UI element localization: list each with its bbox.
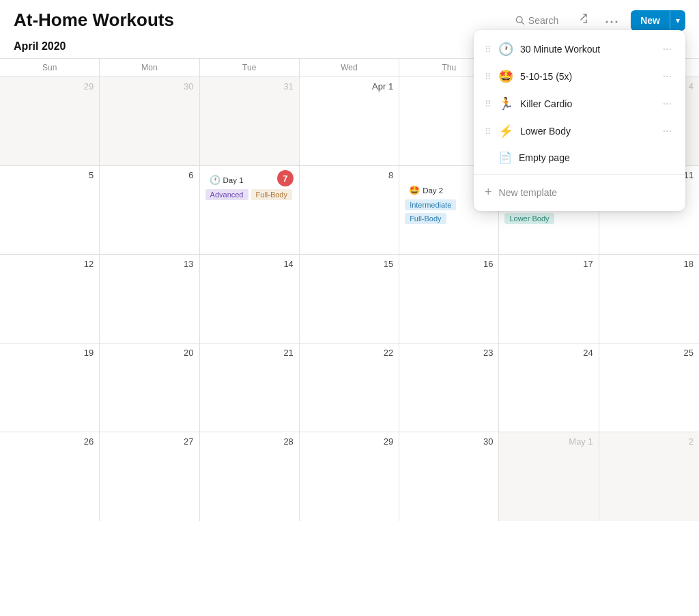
cell-date: 5 [5, 170, 94, 180]
day-header-wed: Wed [300, 59, 399, 76]
cell-date: May 1 [504, 436, 593, 447]
cal-cell[interactable]: 26 [0, 432, 100, 521]
svg-line-1 [522, 22, 524, 24]
cal-cell[interactable]: 30 [100, 77, 199, 166]
cell-date: 29 [305, 436, 393, 447]
cal-cell[interactable]: 30 [399, 432, 499, 521]
cell-date: 8 [305, 170, 393, 180]
drag-handle-icon: ⠿ [485, 99, 491, 109]
item-more-button[interactable]: ··· [660, 42, 674, 57]
cal-cell[interactable]: 21 [200, 344, 300, 432]
more-button[interactable] [601, 10, 623, 31]
cal-cell[interactable]: May 1 [499, 432, 599, 521]
tag-fullbody2[interactable]: Full-Body [405, 213, 446, 224]
cell-date: 2 [605, 436, 694, 447]
cal-cell[interactable]: Apr 1 [300, 77, 399, 166]
tag-intermediate[interactable]: Intermediate [405, 199, 456, 210]
item-label: Killer Cardio [520, 98, 653, 109]
cell-date: Apr 1 [305, 81, 393, 92]
cal-cell[interactable]: 16 [399, 255, 499, 344]
day-header-tue: Tue [200, 59, 300, 76]
cal-cell[interactable]: 19 [0, 344, 100, 432]
tag-fullbody[interactable]: Full-Body [251, 189, 292, 200]
cal-cell[interactable]: 15 [300, 255, 399, 344]
cal-cell-today[interactable]: 7 🕐 Day 1 Advanced Full-Body [200, 166, 300, 255]
cell-date: 6 [105, 170, 193, 180]
cal-cell[interactable]: 17 [499, 255, 599, 344]
dropdown-item-killercardio[interactable]: ⠿ 🏃 Killer Cardio ··· [474, 90, 685, 117]
cal-cell[interactable]: 22 [300, 344, 399, 432]
new-template-label: New template [499, 187, 558, 198]
page-title: At-Home Workouts [14, 10, 174, 31]
tag-lowerbody[interactable]: Lower Body [504, 213, 554, 224]
cell-date: 30 [405, 436, 493, 447]
search-button[interactable]: Search [510, 12, 564, 29]
day-header-mon: Mon [100, 59, 199, 76]
new-button[interactable]: New [631, 10, 670, 31]
item-icon-run: 🏃 [498, 96, 513, 111]
item-label: 30 Minute Workout [520, 44, 653, 55]
cell-date: 20 [105, 348, 193, 358]
cal-cell[interactable]: 8 [300, 166, 399, 255]
cell-date: 12 [5, 259, 94, 269]
new-button-group: New ▾ [631, 10, 685, 31]
cal-cell[interactable]: 12 [0, 255, 100, 344]
cell-date: 19 [5, 348, 94, 358]
cell-date: 29 [5, 81, 94, 92]
item-more-button[interactable]: ··· [660, 69, 674, 84]
cal-cell[interactable]: 14 [200, 255, 300, 344]
cell-date: 25 [605, 348, 694, 358]
item-label: 5-10-15 (5x) [520, 71, 653, 82]
cal-cell[interactable]: 23 [399, 344, 499, 432]
drag-handle-icon: ⠿ [485, 44, 491, 55]
cell-date: 23 [405, 348, 493, 358]
more-icon [605, 20, 618, 24]
cal-cell[interactable]: 27 [100, 432, 199, 521]
cell-date: 17 [504, 259, 593, 269]
cal-cell[interactable]: 29 [0, 77, 100, 166]
cell-date: 30 [105, 81, 193, 92]
cal-cell[interactable]: 5 [0, 166, 100, 255]
dropdown-menu: ⠿ 🕐 30 Minute Workout ··· ⠿ 🤩 5-10-15 (5… [474, 30, 685, 211]
new-template-item[interactable]: + New template [474, 179, 685, 206]
event-icon: 🕐 [210, 175, 220, 185]
cell-date: 31 [205, 81, 294, 92]
search-icon [515, 16, 525, 25]
new-dropdown-arrow[interactable]: ▾ [670, 11, 685, 30]
item-more-button[interactable]: ··· [660, 96, 674, 111]
header-actions: Search New ▾ [510, 10, 685, 31]
cell-date: 18 [605, 259, 694, 269]
dropdown-item-30min[interactable]: ⠿ 🕐 30 Minute Workout ··· [474, 36, 685, 63]
item-icon-clock: 🕐 [498, 42, 513, 57]
cal-cell[interactable]: 2 [599, 432, 699, 521]
cell-date: 15 [305, 259, 393, 269]
dropdown-item-emptypage[interactable]: ⠿ 📄 Empty page [474, 145, 685, 170]
svg-point-4 [616, 21, 618, 23]
tag-row: Advanced Full-Body [205, 189, 294, 200]
svg-point-2 [606, 21, 608, 23]
expand-button[interactable] [572, 10, 593, 31]
cell-date: 21 [205, 348, 294, 358]
cal-cell[interactable]: 25 [599, 344, 699, 432]
drag-handle-icon: ⠿ [485, 72, 491, 82]
cell-date: 13 [105, 259, 193, 269]
item-more-button[interactable]: ··· [660, 124, 674, 139]
cell-date: 24 [504, 348, 593, 358]
tag-advanced[interactable]: Advanced [205, 189, 248, 200]
cell-date: 16 [405, 259, 493, 269]
cal-cell[interactable]: 29 [300, 432, 399, 521]
event-card[interactable]: 🕐 Day 1 [205, 173, 277, 187]
dropdown-item-lowerbody[interactable]: ⠿ ⚡ Lower Body ··· [474, 117, 685, 145]
item-icon-star: 🤩 [498, 69, 513, 84]
cal-cell[interactable]: 18 [599, 255, 699, 344]
cal-cell[interactable]: 31 [200, 77, 300, 166]
dropdown-divider [474, 174, 685, 175]
cal-cell[interactable]: 24 [499, 344, 599, 432]
cal-cell[interactable]: 20 [100, 344, 199, 432]
cal-cell[interactable]: 28 [200, 432, 300, 521]
dropdown-item-51015[interactable]: ⠿ 🤩 5-10-15 (5x) ··· [474, 63, 685, 90]
cell-date: 27 [105, 436, 193, 447]
item-label: Lower Body [520, 126, 653, 137]
cal-cell[interactable]: 13 [100, 255, 199, 344]
cal-cell[interactable]: 6 [100, 166, 199, 255]
